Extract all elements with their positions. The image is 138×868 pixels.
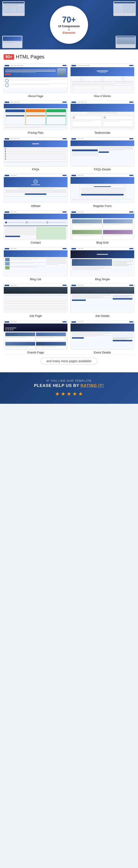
mini-test-line (104, 120, 132, 120)
mini-nav (71, 174, 134, 177)
mini-nav-links (78, 138, 83, 139)
mini-plan (46, 109, 66, 125)
mini-event-text (5, 336, 35, 338)
mini-plan-line (26, 114, 45, 115)
mini-affiliate-hero (4, 177, 67, 187)
mini-page-affiliate (4, 174, 67, 203)
mini-test-card (72, 116, 102, 127)
mini-nav-link (11, 138, 13, 139)
top-banner: 70+ UI Components & Elements (0, 0, 138, 50)
mini-blog-grid (71, 218, 134, 239)
mini-blog-line (73, 236, 94, 236)
thumb-frame-event-details (71, 320, 134, 349)
mini-how-steps (71, 76, 134, 83)
mini-nav-link (78, 248, 80, 249)
mini-plan-btn (6, 115, 25, 116)
mini-pricing-hero (4, 104, 67, 108)
mini-nav-links (11, 248, 16, 249)
mini-event-img (36, 342, 66, 346)
mini-page-testimonials (71, 101, 134, 129)
thumbnail-job-page[interactable]: Job Page (4, 284, 67, 317)
mini-blog-list-hero (4, 250, 67, 257)
mini-event-text (36, 346, 66, 348)
mini-nav-logo (72, 321, 76, 323)
mini-blog-list-main (5, 258, 45, 270)
mini-page-faqs-details (71, 137, 134, 166)
mini-nav (71, 64, 134, 67)
mini-nav-link (14, 175, 16, 176)
cta-rating-link[interactable]: RATING IT! (81, 383, 104, 388)
mini-blog-img (103, 219, 133, 223)
mini-events-hero (4, 323, 67, 332)
mini-event-card (36, 342, 66, 349)
mini-nav (71, 137, 134, 141)
bottom-cta: IF YOU LIKE OUR TEMPLATE PLEASE HELP US … (0, 372, 138, 404)
mini-blog-list-thumb (5, 266, 10, 270)
mini-nav-links (78, 65, 90, 66)
cta-stars: ★ ★ ★ ★ ★ (4, 391, 134, 397)
mini-plan-header (5, 110, 25, 112)
mini-eventdetail-main (72, 332, 111, 342)
thumbnail-faqs-details[interactable]: FAQs Details (71, 137, 134, 171)
thumbnail-events[interactable]: Events Page (4, 320, 67, 354)
thumbnail-blog-grid[interactable]: Blog Grid (71, 210, 134, 244)
thumbnail-register[interactable]: Register Form (71, 174, 134, 208)
pages-section: 90+ HTML Pages (0, 50, 138, 372)
mini-affiliate-field (36, 190, 66, 191)
mini-blog-list-item (5, 258, 45, 261)
mini-nav-link (11, 65, 13, 66)
mini-blog-line (103, 235, 132, 235)
mini-nav-link (84, 102, 87, 102)
mini-nav-logo (72, 175, 76, 176)
pages-count-badge: 90+ (4, 54, 14, 60)
thumb-frame-pricing (4, 100, 67, 130)
mini-blog-img (103, 230, 133, 234)
mini-blog-line (103, 224, 132, 224)
mini-plan-content (5, 112, 25, 117)
pages-title-text: HTML Pages (16, 54, 45, 60)
mini-nav-links (11, 65, 23, 66)
cta-main-text: PLEASE HELP US BY RATING IT! (4, 383, 134, 388)
thumb-frame-events (4, 320, 67, 349)
mini-event-img (5, 333, 35, 336)
thumb-frame-blog-grid (71, 210, 134, 240)
mini-hero-line (5, 70, 56, 70)
mini-nav-link (78, 212, 80, 212)
mini-page-event-details (71, 320, 134, 349)
thumb-label-pricing: Pricing Plan (28, 131, 43, 134)
mini-nav-btn (129, 248, 133, 249)
mini-blog-line (73, 235, 101, 235)
mini-eventdetail-content (71, 332, 134, 343)
mini-blog-card (103, 230, 133, 239)
thumbnail-testimonials[interactable]: Testimonials (71, 100, 134, 134)
ui-components-circle: 70+ UI Components & Elements (50, 6, 88, 44)
mini-plan-line (26, 114, 45, 114)
mini-faq-item (5, 155, 66, 157)
thumbnail-blog-list[interactable]: Blog List (4, 247, 67, 281)
mini-nav-btn (62, 321, 66, 322)
mini-how-step-icon (121, 77, 125, 81)
thumb-label-blog-grid: Blog Grid (96, 241, 108, 244)
mini-nav-btn (129, 65, 133, 66)
thumbnail-blog-single[interactable]: Blog Single (71, 247, 134, 281)
banner-screenshots: 70+ UI Components & Elements (0, 0, 138, 50)
thumbnail-affiliate[interactable]: Affiliate (4, 174, 67, 208)
mini-nav-link (14, 65, 16, 66)
thumbnail-job-details[interactable]: Job Details (71, 284, 134, 317)
mini-how-step-line (93, 81, 112, 82)
mini-nav-link (17, 65, 20, 66)
banner-mini-screenshot-1 (2, 1, 25, 16)
mini-blog-single-title-line (97, 254, 108, 255)
mini-nav-link (17, 138, 20, 139)
thumbnail-about[interactable]: About Page (4, 64, 67, 98)
mini-faqs-list (4, 147, 67, 161)
thumbnail-how-works[interactable]: How it Works (71, 64, 134, 98)
mini-blog-list-item (5, 262, 45, 266)
thumb-label-job-page: Job Page (30, 314, 42, 317)
thumbnail-event-details[interactable]: Event Details (71, 320, 134, 354)
mini-nav-links (11, 285, 16, 286)
thumbnail-pricing[interactable]: Pricing Plan (4, 100, 67, 134)
mini-nav (4, 247, 67, 250)
thumbnail-faqs[interactable]: FAQs (4, 137, 67, 171)
thumbnail-contact[interactable]: Contact (4, 210, 67, 244)
